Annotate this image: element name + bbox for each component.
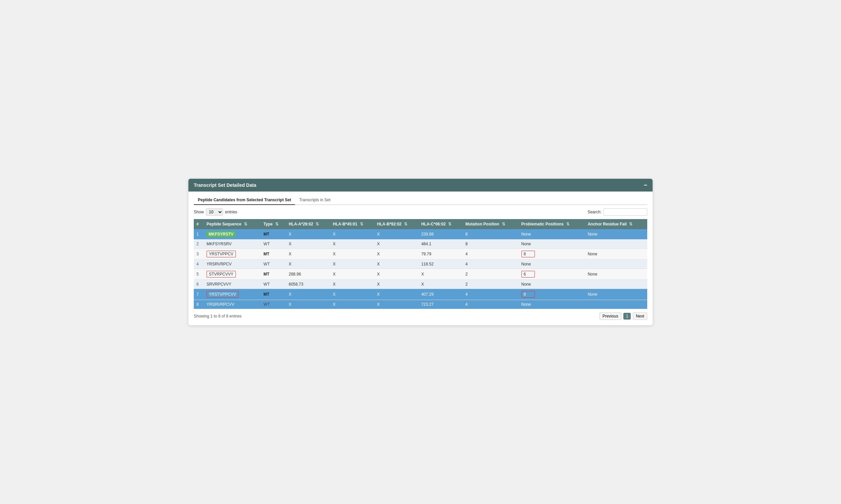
main-panel: Transcript Set Detailed Data − Peptide C… bbox=[188, 179, 653, 325]
tab-peptide-candidates[interactable]: Peptide Candidates from Selected Transcr… bbox=[194, 196, 295, 205]
peptide-bordered-highlight: YRSTVРPCV bbox=[207, 251, 236, 257]
cell-hla-a29: 288.96 bbox=[286, 269, 330, 280]
table-row[interactable]: 2MKFSYRSRVWTXXX484.18None bbox=[194, 239, 647, 249]
cell-hla-c06: 723.27 bbox=[418, 300, 463, 309]
panel-header: Transcript Set Detailed Data − bbox=[188, 179, 653, 192]
col-hla-b45[interactable]: HLA-B*45:01 ⇅ bbox=[330, 219, 374, 229]
sort-icon-mutation: ⇅ bbox=[502, 222, 505, 227]
table-row[interactable]: 5STVRPCVVYMT288.96XXX26None bbox=[194, 269, 647, 280]
cell-hla-b82: X bbox=[374, 239, 418, 249]
cell-hla-b82: X bbox=[374, 260, 418, 269]
cell-problematic-positions: 8 bbox=[519, 289, 585, 300]
controls-row: Show 10 25 50 100 entries Search: bbox=[194, 208, 647, 216]
cell-row-num: 3 bbox=[194, 249, 204, 260]
cell-hla-b45: X bbox=[330, 229, 374, 239]
cell-peptide-sequence: YRSRVRPCVV bbox=[204, 300, 261, 309]
cell-row-num: 1 bbox=[194, 229, 204, 239]
cell-hla-c06: 239.88 bbox=[418, 229, 463, 239]
table-row[interactable]: 4YRSRVRPCVWTXXX118.524None bbox=[194, 260, 647, 269]
search-label: Search: bbox=[588, 210, 601, 214]
cell-peptide-sequence: STVRPCVVY bbox=[204, 269, 261, 280]
col-hla-b82[interactable]: HLA-B*82:02 ⇅ bbox=[374, 219, 418, 229]
entries-select[interactable]: 10 25 50 100 bbox=[206, 208, 223, 216]
next-button[interactable]: Next bbox=[633, 312, 647, 320]
cell-hla-a29: X bbox=[286, 289, 330, 300]
cell-hla-b45: X bbox=[330, 289, 374, 300]
table-row[interactable]: 3YRSTVРPCVMTXXX79.7948None bbox=[194, 249, 647, 260]
cell-type: MT bbox=[261, 269, 286, 280]
cell-hla-a29: X bbox=[286, 300, 330, 309]
cell-mutation-position: 8 bbox=[463, 239, 519, 249]
table-row[interactable]: 7YRSTVРPCVVMTXXX407.2948None bbox=[194, 289, 647, 300]
cell-hla-b82: X bbox=[374, 269, 418, 280]
cell-row-num: 8 bbox=[194, 300, 204, 309]
sort-icon-hla-c06: ⇅ bbox=[448, 222, 451, 227]
panel-title: Transcript Set Detailed Data bbox=[194, 182, 256, 188]
cell-type: WT bbox=[261, 260, 286, 269]
cell-problematic-positions: None bbox=[519, 239, 585, 249]
col-anchor-residue[interactable]: Anchor Residue Fail ⇅ bbox=[585, 219, 647, 229]
cell-hla-b45: X bbox=[330, 239, 374, 249]
cell-mutation-position: 4 bbox=[463, 289, 519, 300]
cell-type: WT bbox=[261, 300, 286, 309]
col-mutation-position[interactable]: Mutation Position ⇅ bbox=[463, 219, 519, 229]
sort-icon-hla-a29: ⇅ bbox=[315, 222, 319, 227]
cell-mutation-position: 4 bbox=[463, 260, 519, 269]
cell-hla-c06: 484.1 bbox=[418, 239, 463, 249]
previous-button[interactable]: Previous bbox=[599, 312, 621, 320]
table-row[interactable]: 6SRVRPCVVYWT6058.73XXX2None bbox=[194, 280, 647, 289]
panel-body: Peptide Candidates from Selected Transcr… bbox=[188, 192, 653, 325]
sort-icon-peptide: ⇅ bbox=[244, 222, 247, 227]
cell-anchor-residue-fail: None bbox=[585, 289, 647, 300]
col-type[interactable]: Type ⇅ bbox=[261, 219, 286, 229]
cell-hla-c06: 79.79 bbox=[418, 249, 463, 260]
col-hla-a29[interactable]: HLA-A*29:02 ⇅ bbox=[286, 219, 330, 229]
minimize-button[interactable]: − bbox=[643, 182, 647, 188]
entries-label: entries bbox=[225, 210, 237, 214]
cell-peptide-sequence: YRSRVRPCV bbox=[204, 260, 261, 269]
footer-row: Showing 1 to 8 of 8 entries Previous 1 N… bbox=[194, 312, 647, 320]
cell-type: MT bbox=[261, 229, 286, 239]
peptide-bordered-highlight: YRSTVРPCVV bbox=[207, 291, 239, 298]
cell-hla-b45: X bbox=[330, 269, 374, 280]
sort-icon-hla-b82: ⇅ bbox=[404, 222, 407, 227]
peptide-table: # Peptide Sequence ⇅ Type ⇅ HLA-A*29:02 … bbox=[194, 219, 647, 309]
table-row[interactable]: 1MKFSYRSTVMTXXX239.888NoneNone bbox=[194, 229, 647, 239]
cell-peptide-sequence: YRSTVРPCV bbox=[204, 249, 261, 260]
cell-mutation-position: 4 bbox=[463, 249, 519, 260]
cell-hla-b82: X bbox=[374, 229, 418, 239]
cell-problematic-positions: 8 bbox=[519, 249, 585, 260]
cell-peptide-sequence: SRVRPCVVY bbox=[204, 280, 261, 289]
search-control: Search: bbox=[588, 208, 647, 216]
cell-hla-c06: X bbox=[418, 280, 463, 289]
cell-mutation-position: 8 bbox=[463, 229, 519, 239]
cell-anchor-residue-fail bbox=[585, 239, 647, 249]
col-problematic-positions[interactable]: Problematic Positions ⇅ bbox=[519, 219, 585, 229]
sort-icon-problematic: ⇅ bbox=[566, 222, 569, 227]
cell-peptide-sequence: MKFSYRSTV bbox=[204, 229, 261, 239]
cell-anchor-residue-fail: None bbox=[585, 229, 647, 239]
cell-mutation-position: 2 bbox=[463, 269, 519, 280]
cell-problematic-positions: None bbox=[519, 280, 585, 289]
col-num[interactable]: # bbox=[194, 219, 204, 229]
cell-peptide-sequence: MKFSYRSRV bbox=[204, 239, 261, 249]
col-hla-c06[interactable]: HLA-C*06:02 ⇅ bbox=[418, 219, 463, 229]
cell-hla-b82: X bbox=[374, 289, 418, 300]
cell-hla-a29: 6058.73 bbox=[286, 280, 330, 289]
table-row[interactable]: 8YRSRVRPCVVWTXXX723.274None bbox=[194, 300, 647, 309]
pagination: Previous 1 Next bbox=[599, 312, 647, 320]
peptide-bordered-highlight: STVRPCVVY bbox=[207, 271, 236, 277]
cell-type: MT bbox=[261, 289, 286, 300]
cell-problematic-positions: 6 bbox=[519, 269, 585, 280]
search-input[interactable] bbox=[603, 208, 647, 216]
cell-problematic-positions: None bbox=[519, 229, 585, 239]
col-peptide-sequence[interactable]: Peptide Sequence ⇅ bbox=[204, 219, 261, 229]
cell-anchor-residue-fail bbox=[585, 280, 647, 289]
peptide-green-highlight: MKFSYRSTV bbox=[207, 231, 236, 237]
page-number: 1 bbox=[623, 313, 631, 320]
tab-bar: Peptide Candidates from Selected Transcr… bbox=[194, 196, 647, 205]
cell-anchor-residue-fail bbox=[585, 300, 647, 309]
cell-row-num: 4 bbox=[194, 260, 204, 269]
cell-hla-b45: X bbox=[330, 260, 374, 269]
tab-transcripts-in-set[interactable]: Transcripts in Set bbox=[295, 196, 334, 205]
